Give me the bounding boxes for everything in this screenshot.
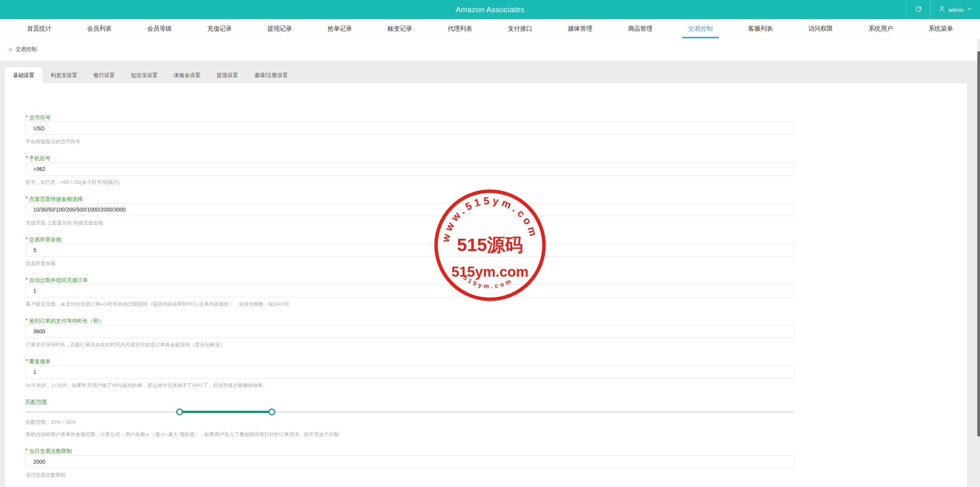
required-asterisk: * bbox=[26, 236, 28, 242]
text-input[interactable] bbox=[26, 455, 794, 468]
required-asterisk: * bbox=[26, 195, 28, 201]
field-helper-text: 系统自动给用户派单的金额范围，计算公式：用户余额 x （最小~最大 随机值），如… bbox=[26, 431, 967, 438]
scrollbar-thumb[interactable] bbox=[977, 51, 980, 436]
settings-form-card: *货币符号平台前端显示的货币符号*手机区号区号，如巴西：+55 = 55(多个区… bbox=[5, 83, 967, 487]
vertical-scrollbar bbox=[977, 39, 980, 487]
user-name: admin bbox=[948, 7, 964, 13]
breadcrumb-chevrons-icon: » bbox=[8, 46, 12, 53]
field-helper-text: 平台前端显示的货币符号 bbox=[26, 138, 967, 145]
form-field: *手机区号区号，如巴西：+55 = 55(多个区号用|隔开) bbox=[26, 155, 967, 185]
chevron-up-icon bbox=[967, 6, 972, 13]
user-icon bbox=[938, 5, 946, 14]
nav-item-10[interactable]: 商品管理 bbox=[610, 19, 670, 38]
form-field: *交易所需余额交易所需余额 bbox=[26, 236, 967, 267]
nav-item-2[interactable]: 会员等级 bbox=[129, 19, 189, 38]
basic-settings-form: *货币符号平台前端显示的货币符号*手机区号区号，如巴西：+55 = 55(多个区… bbox=[26, 115, 967, 487]
field-label-text: 抢到订单的支付等待时长（秒） bbox=[29, 318, 104, 324]
slider-handle-max[interactable] bbox=[268, 408, 275, 415]
field-label: *自动过期并驳回充值订单 bbox=[26, 277, 967, 284]
field-label: *交易所需余额 bbox=[26, 236, 967, 243]
refresh-icon bbox=[915, 5, 923, 15]
nav-item-13[interactable]: 访问权限 bbox=[791, 19, 851, 38]
breadcrumb: » 交易控制 bbox=[0, 39, 980, 60]
slider-fill bbox=[180, 411, 272, 413]
field-helper-text: 交易所需余额 bbox=[26, 260, 967, 267]
field-label-text: 交易所需余额 bbox=[29, 236, 61, 243]
required-asterisk: * bbox=[26, 277, 28, 282]
field-label: 匹配范围 bbox=[26, 399, 967, 405]
nav-item-4[interactable]: 提现记录 bbox=[250, 19, 310, 38]
nav-item-3[interactable]: 充值记录 bbox=[189, 19, 250, 38]
field-label: *充值页面快捷金额选择 bbox=[26, 196, 967, 202]
content-band: 基础设置利息宝设置银行设置短信宝设置体验金设置提现设置邀请/注册设置 *货币符号… bbox=[0, 60, 980, 487]
field-helper-text: 充值页面 上面显示的 快捷充值金额 bbox=[26, 220, 967, 226]
nav-item-6[interactable]: 账变记录 bbox=[370, 19, 430, 38]
tab-4[interactable]: 体验金设置 bbox=[166, 67, 209, 83]
field-label-text: 当日交易次数限制 bbox=[29, 448, 72, 454]
user-menu[interactable]: admin bbox=[931, 0, 980, 19]
field-label: *重复做单 bbox=[26, 358, 967, 365]
text-input[interactable] bbox=[26, 244, 794, 257]
field-helper-text: 匹配范围：20% ~ 32% bbox=[26, 419, 967, 425]
field-helper-text: 客户提交充值，未支付的充值订单x小时后自动过期驳回（驳回内容在帮助中心-文本内容… bbox=[26, 301, 967, 307]
text-input[interactable] bbox=[26, 284, 794, 297]
nav-item-7[interactable]: 代理列表 bbox=[430, 19, 490, 38]
text-input[interactable] bbox=[26, 366, 794, 379]
nav-item-1[interactable]: 会员列表 bbox=[69, 19, 129, 38]
slider-handle-min[interactable] bbox=[176, 408, 183, 415]
tab-6[interactable]: 邀请/注册设置 bbox=[246, 67, 296, 83]
main-nav: 首页统计会员列表会员等级充值记录提现记录抢单记录账变记录代理列表支付接口媒体管理… bbox=[0, 19, 980, 39]
form-field: *货币符号平台前端显示的货币符号 bbox=[26, 115, 967, 145]
tab-0[interactable]: 基础设置 bbox=[5, 67, 42, 83]
nav-item-9[interactable]: 媒体管理 bbox=[550, 19, 610, 38]
field-label: *抢到订单的支付等待时长（秒） bbox=[26, 318, 967, 324]
header-actions: admin bbox=[906, 0, 980, 19]
field-label-text: 匹配范围 bbox=[26, 399, 47, 405]
required-asterisk: * bbox=[26, 448, 28, 453]
app-title: Amazon Associates bbox=[456, 0, 524, 19]
required-asterisk: * bbox=[26, 155, 28, 161]
form-field: *抢到订单的支付等待时长（秒）订单支付等待时长，匹配订单后未在此时间内完成支付提… bbox=[26, 318, 967, 348]
nav-item-12[interactable]: 客服列表 bbox=[730, 19, 791, 38]
text-input[interactable] bbox=[26, 162, 794, 175]
tab-2[interactable]: 银行设置 bbox=[85, 67, 123, 83]
nav-item-5[interactable]: 抢单记录 bbox=[310, 19, 370, 38]
form-field: *当日交易次数限制当日交易次数限制 bbox=[26, 448, 967, 478]
field-label-text: 充值页面快捷金额选择 bbox=[29, 196, 83, 202]
tab-5[interactable]: 提现设置 bbox=[209, 67, 246, 83]
required-asterisk: * bbox=[26, 317, 28, 323]
form-field: *充值页面快捷金额选择充值页面 上面显示的 快捷充值金额 bbox=[26, 196, 967, 226]
field-label: *当日交易次数限制 bbox=[26, 448, 967, 454]
text-input[interactable] bbox=[26, 325, 794, 338]
app-header: Amazon Associates admin bbox=[0, 0, 980, 19]
field-label-text: 自动过期并驳回充值订单 bbox=[29, 277, 88, 283]
field-helper-text: 区号，如巴西：+55 = 55(多个区号用|隔开) bbox=[26, 179, 967, 185]
form-field: *自动过期并驳回充值订单客户提交充值，未支付的充值订单x小时后自动过期驳回（驳回… bbox=[26, 277, 967, 307]
form-field: 匹配范围匹配范围：20% ~ 32%系统自动给用户派单的金额范围，计算公式：用户… bbox=[26, 399, 967, 438]
field-label: *货币符号 bbox=[26, 115, 967, 121]
text-input[interactable] bbox=[26, 122, 794, 135]
slider-track bbox=[26, 411, 794, 413]
breadcrumb-label: 交易控制 bbox=[15, 46, 37, 53]
nav-item-8[interactable]: 支付接口 bbox=[490, 19, 550, 38]
field-label: *手机区号 bbox=[26, 155, 967, 162]
required-asterisk: * bbox=[26, 114, 28, 120]
field-helper-text: 0=不允许，1=允许，如果昨天用户做了VIP1级别的单，那么他今天就做不了VIP… bbox=[26, 382, 967, 389]
field-helper-text: 订单支付等待时长，匹配订单后未在此时间内完成支付提交订单将会被冻结（需后台解冻） bbox=[26, 341, 967, 348]
field-label-text: 重复做单 bbox=[29, 358, 51, 364]
text-input[interactable] bbox=[26, 203, 794, 216]
field-label-text: 手机区号 bbox=[29, 155, 51, 161]
nav-item-11[interactable]: 交易控制 bbox=[670, 19, 730, 38]
tab-1[interactable]: 利息宝设置 bbox=[42, 67, 85, 83]
match-range-slider[interactable] bbox=[26, 408, 794, 415]
settings-tabs: 基础设置利息宝设置银行设置短信宝设置体验金设置提现设置邀请/注册设置 bbox=[5, 67, 967, 83]
nav-item-0[interactable]: 首页统计 bbox=[9, 19, 69, 38]
nav-item-14[interactable]: 系统用户 bbox=[851, 19, 911, 38]
nav-item-15[interactable]: 系统菜单 bbox=[911, 19, 971, 38]
field-helper-text: 当日交易次数限制 bbox=[26, 472, 967, 478]
form-field: *重复做单0=不允许，1=允许，如果昨天用户做了VIP1级别的单，那么他今天就做… bbox=[26, 358, 967, 389]
refresh-button[interactable] bbox=[906, 0, 930, 19]
required-asterisk: * bbox=[26, 358, 28, 364]
tab-3[interactable]: 短信宝设置 bbox=[123, 67, 166, 83]
field-label-text: 货币符号 bbox=[29, 115, 51, 121]
